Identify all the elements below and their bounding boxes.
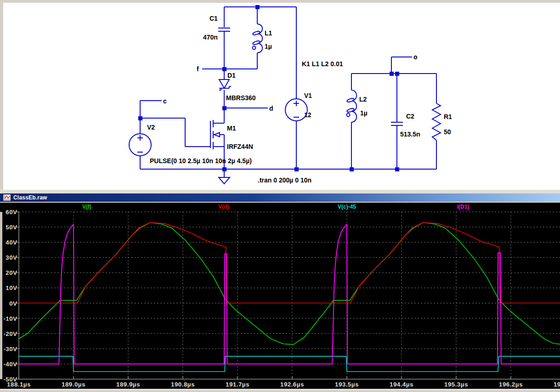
component-value[interactable]: 1µ bbox=[265, 43, 272, 50]
component-label[interactable]: V2 bbox=[147, 124, 155, 131]
component-label[interactable]: R1 bbox=[444, 113, 452, 120]
legend-item-3[interactable]: V(c)-45 bbox=[338, 204, 356, 210]
component-label[interactable]: L1 bbox=[265, 29, 272, 37]
y-tick-label[interactable]: 10V bbox=[6, 284, 17, 291]
component-value[interactable]: 513.5n bbox=[400, 131, 420, 138]
waveform-window-border bbox=[0, 190, 560, 193]
x-tick-label[interactable]: 197.1µs bbox=[554, 381, 560, 388]
component-label[interactable]: M1 bbox=[227, 125, 236, 132]
component-value[interactable]: MBRS360 bbox=[226, 94, 256, 102]
node-label-c[interactable]: c bbox=[163, 97, 167, 105]
schematic-canvas[interactable]: C1 470n L1 1µ D1 MBRS360 M1 IRFZ44N bbox=[0, 0, 560, 190]
y-tick-label[interactable]: 30V bbox=[6, 254, 17, 261]
component-value[interactable]: 50 bbox=[444, 128, 451, 136]
ltspice-screen: C1 470n L1 1µ D1 MBRS360 M1 IRFZ44N bbox=[0, 0, 560, 392]
y-tick-label[interactable]: -10V bbox=[3, 315, 17, 322]
x-tick-label[interactable]: 191.7µs bbox=[226, 381, 249, 388]
y-tick-label[interactable]: 0V bbox=[9, 300, 17, 307]
component-label[interactable]: C1 bbox=[209, 15, 218, 22]
component-label[interactable]: C2 bbox=[406, 113, 414, 120]
component-value[interactable]: 1µ bbox=[360, 109, 368, 117]
border-highlight bbox=[0, 390, 560, 390]
x-tick-label[interactable]: 193.5µs bbox=[335, 381, 359, 388]
component-label[interactable]: V1 bbox=[304, 92, 312, 99]
x-tick-label[interactable]: 188.1µs bbox=[7, 381, 31, 388]
window-border-top bbox=[0, 0, 560, 3]
schematic-background bbox=[0, 0, 560, 190]
node-label-f[interactable]: f bbox=[197, 65, 199, 73]
window-border-left bbox=[0, 0, 3, 190]
legend-item-4[interactable]: I(D1) bbox=[457, 204, 469, 210]
directive-tran[interactable]: .tran 0 200µ 0 10n bbox=[258, 176, 311, 184]
x-tick-label[interactable]: 194.4µs bbox=[390, 381, 413, 388]
waveform-titlebar[interactable]: ClassEb.raw bbox=[0, 190, 560, 203]
y-tick-label[interactable]: -40V bbox=[3, 361, 17, 368]
component-value[interactable]: 470n bbox=[203, 34, 218, 41]
waveform-window: ClassEb.raw 60V50V40V30V20V10V0V-10V-20V… bbox=[0, 190, 560, 392]
component-label[interactable]: L2 bbox=[359, 96, 367, 103]
component-label[interactable]: D1 bbox=[227, 72, 236, 79]
y-tick-label[interactable]: 60V bbox=[6, 209, 17, 216]
node-label-d[interactable]: d bbox=[269, 105, 273, 112]
directive-coupling[interactable]: K1 L1 L2 0.01 bbox=[302, 60, 343, 68]
legend-item-2[interactable]: V(d) bbox=[218, 204, 229, 210]
plot-background bbox=[0, 203, 560, 389]
window-border-bottom bbox=[0, 389, 560, 392]
x-tick-label[interactable]: 192.6µs bbox=[280, 381, 304, 388]
y-tick-label[interactable]: -30V bbox=[3, 346, 17, 352]
waveform-plot[interactable]: 60V50V40V30V20V10V0V-10V-20V-30V-40V-50V… bbox=[0, 203, 560, 392]
window-border-left-strip bbox=[0, 212, 2, 379]
component-value[interactable]: IRFZ44N bbox=[227, 143, 253, 150]
node-label-o[interactable]: o bbox=[413, 53, 418, 61]
x-tick-label[interactable]: 196.2µs bbox=[499, 381, 523, 388]
waveform-icon bbox=[3, 194, 11, 201]
x-tick-label[interactable]: 190.8µs bbox=[171, 381, 195, 388]
x-tick-label[interactable]: 195.3µs bbox=[444, 381, 468, 388]
x-tick-label[interactable]: 189.0µs bbox=[62, 381, 85, 388]
y-tick-label[interactable]: 20V bbox=[6, 269, 17, 276]
legend-item-1[interactable]: V(f) bbox=[82, 204, 91, 210]
waveform-window-title: ClassEb.raw bbox=[13, 194, 47, 201]
component-value[interactable]: PULSE(0 10 2.5µ 10n 10n 2µ 4.5µ) bbox=[150, 157, 252, 165]
component-value[interactable]: 12 bbox=[304, 111, 311, 119]
y-tick-label[interactable]: -20V bbox=[3, 330, 17, 337]
x-tick-label[interactable]: 189.9µs bbox=[116, 381, 140, 388]
y-tick-label[interactable]: 50V bbox=[6, 224, 17, 231]
y-tick-label[interactable]: 40V bbox=[6, 239, 17, 246]
